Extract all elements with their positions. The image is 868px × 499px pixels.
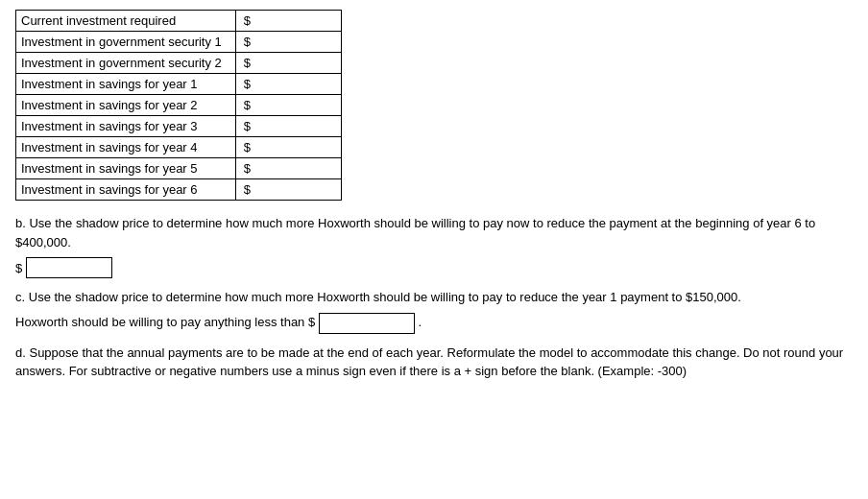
table-row: Investment in savings for year 6$: [16, 179, 342, 201]
section-c: c. Use the shadow price to determine how…: [15, 288, 853, 334]
row-dollar-3: $: [236, 74, 255, 95]
section-c-inline-prefix: Hoxworth should be willing to pay anythi…: [15, 315, 315, 329]
section-d: d. Suppose that the annual payments are …: [15, 344, 853, 381]
row-label-2: Investment in government security 2: [16, 53, 236, 74]
table-row: Current investment required$: [16, 11, 342, 32]
section-b: b. Use the shadow price to determine how…: [15, 214, 853, 278]
table-row: Investment in government security 2$: [16, 53, 342, 74]
table-row: Investment in government security 1$: [16, 32, 342, 53]
row-label-5: Investment in savings for year 3: [16, 116, 236, 137]
row-dollar-6: $: [236, 137, 255, 158]
row-label-4: Investment in savings for year 2: [16, 95, 236, 116]
row-dollar-8: $: [236, 179, 255, 201]
section-c-text: c. Use the shadow price to determine how…: [15, 288, 853, 307]
row-dollar-1: $: [236, 32, 255, 53]
section-b-description: Use the shadow price to determine how mu…: [15, 216, 815, 250]
row-dollar-4: $: [236, 95, 255, 116]
row-dollar-7: $: [236, 158, 255, 179]
section-c-input[interactable]: [319, 313, 415, 334]
row-input-4[interactable]: [258, 98, 337, 112]
row-label-7: Investment in savings for year 5: [16, 158, 236, 179]
table-row: Investment in savings for year 3$: [16, 116, 342, 137]
row-input-cell-8[interactable]: [255, 179, 342, 201]
row-label-8: Investment in savings for year 6: [16, 179, 236, 201]
section-d-description: Suppose that the annual payments are to …: [15, 345, 843, 379]
section-c-period: .: [418, 315, 422, 329]
row-input-7[interactable]: [258, 161, 337, 176]
row-input-cell-3[interactable]: [255, 74, 342, 95]
section-b-input[interactable]: [26, 257, 112, 278]
row-label-3: Investment in savings for year 1: [16, 74, 236, 95]
row-label-0: Current investment required: [16, 11, 236, 32]
table-row: Investment in savings for year 4$: [16, 137, 342, 158]
row-input-6[interactable]: [258, 140, 337, 154]
row-input-2[interactable]: [258, 56, 337, 70]
row-input-5[interactable]: [258, 119, 337, 133]
table-row: Investment in savings for year 5$: [16, 158, 342, 179]
section-b-label: b.: [15, 216, 26, 230]
investment-inputs-table: Current investment required$Investment i…: [15, 10, 342, 201]
section-d-text: d. Suppose that the annual payments are …: [15, 344, 853, 381]
row-label-1: Investment in government security 1: [16, 32, 236, 53]
row-input-8[interactable]: [258, 182, 337, 197]
section-c-label: c.: [15, 290, 25, 304]
row-dollar-5: $: [236, 116, 255, 137]
section-b-text: b. Use the shadow price to determine how…: [15, 214, 853, 251]
section-b-dollar: $: [15, 261, 22, 275]
investment-table: Current investment required$Investment i…: [15, 10, 853, 201]
row-input-cell-1[interactable]: [255, 32, 342, 53]
row-input-cell-2[interactable]: [255, 53, 342, 74]
row-input-0[interactable]: [258, 13, 337, 28]
row-input-cell-0[interactable]: [255, 11, 342, 32]
section-c-description: Use the shadow price to determine how mu…: [29, 290, 741, 304]
row-dollar-0: $: [236, 11, 255, 32]
row-input-cell-4[interactable]: [255, 95, 342, 116]
row-dollar-2: $: [236, 53, 255, 74]
table-row: Investment in savings for year 2$: [16, 95, 342, 116]
section-b-input-row: $: [15, 257, 853, 278]
row-input-cell-6[interactable]: [255, 137, 342, 158]
table-row: Investment in savings for year 1$: [16, 74, 342, 95]
section-d-label: d.: [15, 345, 26, 360]
row-label-6: Investment in savings for year 4: [16, 137, 236, 158]
section-c-inline: Hoxworth should be willing to pay anythi…: [15, 313, 853, 334]
row-input-1[interactable]: [258, 35, 337, 49]
row-input-3[interactable]: [258, 77, 337, 91]
row-input-cell-7[interactable]: [255, 158, 342, 179]
row-input-cell-5[interactable]: [255, 116, 342, 137]
